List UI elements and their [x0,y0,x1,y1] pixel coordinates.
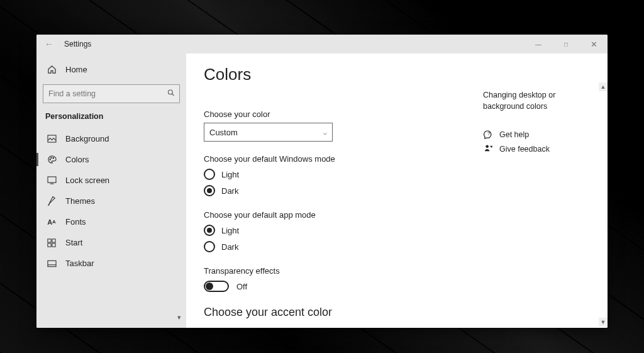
minimize-button[interactable]: ― [525,35,552,53]
sidebar-item-themes[interactable]: Themes [36,191,186,211]
minimize-icon: ― [535,41,541,48]
content-scrollbar[interactable]: ▲ ▼ [599,53,608,328]
sidebar-scroll-down-icon[interactable]: ▾ [177,313,181,322]
toggle-state: Off [236,282,247,291]
svg-rect-10 [48,243,51,246]
home-icon [47,65,57,74]
radio-icon [204,225,215,236]
app-mode-label: Choose your default app mode [204,210,474,220]
svg-rect-2 [48,135,56,142]
link-label: Give feedback [499,145,550,154]
taskbar-icon [47,260,57,267]
feedback-icon [483,144,493,154]
link-label: Get help [499,130,529,139]
svg-rect-12 [47,261,55,266]
help-icon: ? [483,130,493,139]
get-help-link[interactable]: ? Get help [483,130,590,139]
svg-point-15 [486,145,489,148]
radio-label: Light [221,170,239,179]
sidebar-item-label: Lock screen [65,176,109,185]
sidebar-item-taskbar[interactable]: Taskbar [36,253,186,274]
sidebar-item-start[interactable]: Start [36,232,186,253]
sidebar-section-title: Personalization [36,112,186,128]
radio-icon [204,169,215,180]
window-title: Settings [64,40,91,48]
svg-point-4 [50,157,52,159]
related-tip[interactable]: Changing desktop or background colors [483,90,590,112]
app-mode-dark-radio[interactable]: Dark [204,241,474,252]
sidebar-item-background[interactable]: Background [36,128,186,149]
chevron-down-icon: ⌵ [323,129,327,136]
palette-icon [47,155,57,164]
windows-mode-light-radio[interactable]: Light [204,169,474,180]
back-button[interactable]: ← [36,39,62,49]
page-heading: Colors [204,65,474,84]
sidebar-item-label: Colors [65,155,89,164]
radio-label: Light [221,226,239,235]
svg-rect-6 [48,177,56,182]
choose-color-dropdown[interactable]: Custom ⌵ [204,123,333,142]
settings-window: ← Settings ― □ ✕ Home Personalization [36,35,608,328]
svg-rect-8 [48,238,51,242]
fonts-icon: AA [47,218,57,226]
close-icon: ✕ [591,40,597,49]
transparency-toggle[interactable]: Off [204,281,474,292]
titlebar: ← Settings ― □ ✕ [36,35,608,53]
sidebar-item-lock-screen[interactable]: Lock screen [36,170,186,191]
themes-icon [47,196,57,206]
svg-point-0 [169,90,173,94]
sidebar-item-label: Taskbar [65,259,94,268]
sidebar-item-label: Fonts [65,217,86,227]
sidebar-item-label: Themes [65,196,95,206]
search-icon [167,89,175,99]
sidebar-item-label: Start [65,238,82,247]
lock-screen-icon [47,176,57,184]
scroll-down-icon[interactable]: ▼ [599,318,608,327]
radio-icon [204,241,215,252]
svg-rect-9 [52,238,55,242]
svg-text:?: ? [487,131,489,137]
window-body: Home Personalization Background Colo [36,53,608,328]
sidebar-item-colors[interactable]: Colors [36,149,186,170]
windows-mode-label: Choose your default Windows mode [204,154,474,164]
svg-point-3 [49,159,50,160]
start-icon [47,238,57,247]
svg-line-1 [172,94,174,96]
accent-heading: Choose your accent color [204,306,474,319]
right-column: Changing desktop or background colors ? … [483,90,590,159]
scroll-up-icon[interactable]: ▲ [599,82,608,91]
close-button[interactable]: ✕ [580,35,608,53]
sidebar-home-label: Home [65,65,87,74]
toggle-thumb-icon [206,283,213,290]
choose-color-value: Custom [209,128,238,137]
radio-label: Dark [221,186,238,196]
search-container [43,84,180,103]
sidebar-item-label: Background [65,134,109,143]
sidebar-item-fonts[interactable]: AA Fonts [36,211,186,232]
sidebar: Home Personalization Background Colo [36,53,186,328]
choose-color-label: Choose your color [204,109,474,119]
radio-icon [204,185,215,196]
window-controls: ― □ ✕ [525,35,608,53]
windows-mode-dark-radio[interactable]: Dark [204,185,474,196]
svg-rect-11 [52,243,55,246]
transparency-label: Transparency effects [204,266,474,276]
maximize-icon: □ [564,41,568,48]
maximize-button[interactable]: □ [552,35,580,53]
main-column: Colors Choose your color Custom ⌵ Choose… [204,65,474,328]
search-input[interactable] [43,84,180,103]
toggle-track-icon [204,281,229,292]
back-arrow-icon: ← [45,39,53,49]
sidebar-home[interactable]: Home [36,60,186,79]
content-area: Colors Choose your color Custom ⌵ Choose… [186,53,608,328]
app-mode-light-radio[interactable]: Light [204,225,474,236]
svg-point-5 [53,157,54,159]
radio-label: Dark [221,242,238,252]
picture-icon [47,135,57,143]
give-feedback-link[interactable]: Give feedback [483,144,590,154]
